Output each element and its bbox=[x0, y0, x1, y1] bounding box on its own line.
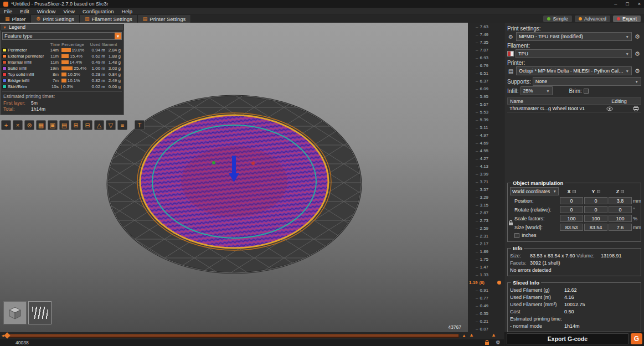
printer-select[interactable]: Octopi * MP Mini Delta - MILESI - Python… bbox=[516, 66, 632, 75]
menu-item-help[interactable]: Help bbox=[117, 8, 136, 15]
eye-icon[interactable] bbox=[606, 106, 613, 111]
filament-edit-gear-icon[interactable]: ⚙ bbox=[633, 50, 641, 58]
horizontal-slider-track[interactable] bbox=[7, 334, 459, 338]
position-z-input[interactable]: 3.8 bbox=[609, 197, 632, 204]
layer-slider-handle[interactable]: 1.19(8) bbox=[468, 280, 504, 285]
delete-all-icon[interactable]: ⊗ bbox=[24, 120, 34, 130]
delete-icon[interactable]: × bbox=[13, 120, 23, 130]
tab-plater[interactable]: ▦Plater bbox=[0, 15, 31, 23]
filament-select[interactable]: TPU ▼ bbox=[516, 49, 632, 58]
feature-color-swatch bbox=[2, 54, 7, 58]
tab-printer-settings[interactable]: ▤Printer Settings bbox=[138, 15, 191, 23]
add-instance-icon[interactable]: ⊞ bbox=[71, 120, 81, 130]
feature-color-swatch bbox=[2, 85, 7, 89]
scale-z-input[interactable]: 100 bbox=[609, 215, 632, 222]
layer-tick-value: 6.51 bbox=[480, 71, 488, 76]
tab-print-settings[interactable]: ⚙Print Settings bbox=[31, 15, 80, 23]
mode-dot-icon bbox=[617, 17, 620, 20]
layer-tick: –0.91 bbox=[468, 288, 504, 293]
gear-icon[interactable]: ⚙ bbox=[496, 339, 501, 345]
supports-select[interactable]: None ▼ bbox=[533, 77, 641, 86]
feature-time: 8m bbox=[48, 72, 60, 77]
size-z-input[interactable]: 7.6 bbox=[609, 224, 632, 231]
feature-percentage: 25.4% bbox=[60, 66, 86, 71]
position-x-input[interactable]: 0 bbox=[560, 197, 583, 204]
scale-y-input[interactable]: 100 bbox=[584, 215, 607, 222]
feature-name: Top solid infill bbox=[8, 72, 48, 77]
3d-viewport[interactable]: ▼ Legend Feature type ▼ Time Percentage … bbox=[0, 23, 468, 332]
layer-tick-value: 1.75 bbox=[480, 257, 488, 262]
rotate-z-input[interactable]: 0 bbox=[609, 206, 632, 213]
menu-item-file[interactable]: File bbox=[0, 8, 16, 15]
add-icon[interactable]: + bbox=[1, 120, 11, 130]
remove-instance-icon[interactable]: ⊟ bbox=[83, 120, 92, 130]
horizontal-slider[interactable]: ◄ ▲ bbox=[0, 332, 468, 339]
editing-printer-icon[interactable] bbox=[633, 106, 639, 111]
paste-icon[interactable]: ▤ bbox=[59, 120, 69, 130]
arrange-icon[interactable]: ▦ bbox=[36, 120, 46, 130]
copy-icon[interactable]: ▣ bbox=[48, 120, 58, 130]
object-list-empty-area[interactable] bbox=[507, 113, 641, 177]
minimize-button[interactable]: – bbox=[614, 1, 617, 7]
first-layer-value: 5m bbox=[31, 100, 38, 106]
feature-length: 0.02 m bbox=[86, 84, 105, 89]
menu-item-view[interactable]: View bbox=[59, 8, 78, 15]
legend-header[interactable]: ▼ Legend bbox=[0, 24, 124, 30]
lock-icon[interactable] bbox=[485, 340, 490, 345]
sliced-value: 10012.75 bbox=[564, 301, 585, 308]
menu-item-configuration[interactable]: Configuration bbox=[79, 8, 118, 15]
scale-lock-icon[interactable] bbox=[508, 220, 513, 226]
percentage-bar bbox=[61, 79, 66, 82]
size-x-input[interactable]: 83.53 bbox=[560, 224, 583, 231]
z-gizmo-arrow[interactable] bbox=[232, 156, 236, 174]
scale-label: Scale factors: bbox=[510, 216, 559, 221]
sliced-row-used-filament-m-: Used Filament (m)4.16 bbox=[510, 294, 638, 301]
rotate-x-input[interactable]: 0 bbox=[560, 206, 583, 213]
layer-bottom-marker2-icon[interactable]: ▲ bbox=[491, 332, 496, 338]
split-to-objects-icon[interactable]: △ bbox=[94, 120, 104, 130]
print-settings-select[interactable]: MPMD - TPU Fast (modified) ▼ bbox=[516, 32, 632, 41]
brim-checkbox[interactable] bbox=[584, 89, 589, 94]
mode-expert[interactable]: Expert bbox=[613, 16, 641, 22]
scale-row: Scale factors:100100100% bbox=[510, 215, 638, 222]
layer-slider[interactable]: –7.63–7.49–7.35–7.07–6.93–6.79–6.51–6.37… bbox=[468, 23, 504, 339]
export-gcode-button[interactable]: Export G-code bbox=[507, 333, 628, 344]
mode-buttons: SimpleAdvancedExpert bbox=[543, 15, 644, 23]
view-3d-button[interactable] bbox=[3, 301, 27, 324]
inches-checkbox[interactable] bbox=[514, 233, 519, 238]
position-y-input[interactable]: 0 bbox=[584, 197, 607, 204]
close-button[interactable]: × bbox=[638, 1, 641, 7]
feature-type-select[interactable]: Feature type ▼ bbox=[2, 32, 122, 40]
layer-bottom-marker-icon[interactable]: ▲ bbox=[469, 332, 474, 338]
size-y-input[interactable]: 83.54 bbox=[584, 224, 607, 231]
chevron-down-icon: ▼ bbox=[624, 69, 629, 73]
mode-simple[interactable]: Simple bbox=[543, 16, 572, 22]
split-to-parts-icon[interactable]: ▽ bbox=[106, 120, 116, 130]
printer-settings-icon: ▤ bbox=[143, 16, 148, 22]
layer-tick: –2.31 bbox=[468, 234, 504, 239]
info-title: Info bbox=[511, 245, 524, 251]
slider-right-marker-icon[interactable]: ▲ bbox=[462, 333, 466, 338]
menu-item-edit[interactable]: Edit bbox=[16, 8, 33, 15]
printer-edit-gear-icon[interactable]: ⚙ bbox=[633, 68, 641, 75]
object-list-row[interactable]: Thrustmaster G...g Wheel Boot v1 bbox=[507, 105, 641, 113]
variable-layer-height-icon[interactable]: ≡ bbox=[117, 120, 127, 130]
infill-select[interactable]: 25% ▼ bbox=[521, 86, 553, 95]
scale-x-input[interactable]: 100 bbox=[560, 215, 583, 222]
gcode-badge[interactable]: G bbox=[631, 333, 642, 344]
chevron-down-icon[interactable]: ▼ bbox=[115, 33, 121, 39]
text-tool-icon[interactable]: T bbox=[135, 120, 145, 130]
tab-filament-settings[interactable]: ▥Filament Settings bbox=[80, 15, 138, 23]
coordinates-select[interactable]: World coordinates▼ bbox=[510, 187, 559, 195]
mode-advanced[interactable]: Advanced bbox=[575, 16, 610, 22]
column-percentage: Percentage bbox=[60, 42, 86, 47]
layer-tick: –2.17 bbox=[468, 241, 504, 246]
menu-bar: FileEditWindowViewConfigurationHelp bbox=[0, 8, 644, 15]
rotate-y-input[interactable]: 0 bbox=[584, 206, 607, 213]
print-settings-edit-gear-icon[interactable]: ⚙ bbox=[633, 33, 641, 40]
layer-tick: –7.63 bbox=[468, 24, 504, 29]
menu-item-window[interactable]: Window bbox=[33, 8, 60, 15]
view-layers-button[interactable] bbox=[28, 301, 51, 324]
layer-tick: –0.77 bbox=[468, 296, 504, 301]
maximize-button[interactable]: □ bbox=[626, 1, 628, 7]
